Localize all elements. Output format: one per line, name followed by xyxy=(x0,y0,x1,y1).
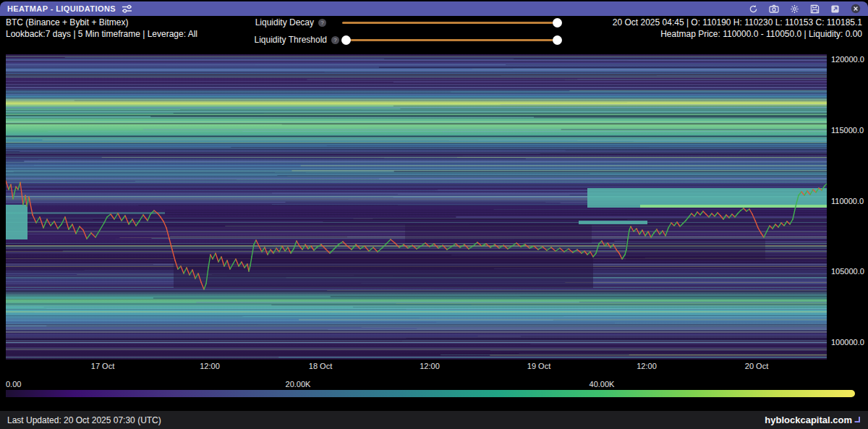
camera-icon[interactable] xyxy=(769,4,779,13)
status-bar: Last Updated: 20 Oct 2025 07:30 (UTC) hy… xyxy=(0,411,868,429)
refresh-icon[interactable] xyxy=(749,4,758,14)
liquidation-heatmap-canvas[interactable] xyxy=(6,54,827,360)
slider-label: Liquidity Decay xyxy=(255,17,314,27)
save-icon[interactable] xyxy=(810,4,820,14)
readout-info: 20 Oct 2025 04:45 | O: 110190 H: 110230 … xyxy=(613,17,862,40)
gear-icon[interactable] xyxy=(790,4,799,14)
slider-track[interactable] xyxy=(342,22,557,24)
y-axis-tick: 120000.0 xyxy=(831,55,864,64)
y-axis-tick: 105000.0 xyxy=(831,267,864,276)
slider-track[interactable] xyxy=(346,39,557,41)
last-updated-text: Last Updated: 20 Oct 2025 07:30 (UTC) xyxy=(7,415,161,425)
close-icon[interactable] xyxy=(851,4,861,14)
y-axis-tick: 100000.0 xyxy=(831,338,864,347)
heatmap-price-readout: Heatmap Price: 110000.0 - 110050.0 | Liq… xyxy=(613,28,862,40)
info-icon[interactable]: ? xyxy=(318,19,326,27)
x-axis-tick: 12:00 xyxy=(200,362,220,370)
info-icon[interactable]: ? xyxy=(331,36,339,44)
x-axis-tick: 18 Oct xyxy=(309,362,332,370)
liquidity-colorbar xyxy=(6,390,855,397)
window-title: HEATMAP - LIQUIDATIONS xyxy=(7,4,116,13)
expand-icon[interactable] xyxy=(830,4,840,14)
slider-label: Liquidity Threshold xyxy=(254,35,327,45)
y-axis-tick: 110000.0 xyxy=(831,197,864,205)
y-axis-tick: 115000.0 xyxy=(831,126,864,135)
slider-row-liquidity-threshold: Liquidity Threshold? xyxy=(0,35,579,46)
site-watermark: hyblockcapital.com xyxy=(765,415,852,425)
x-axis-tick: 12:00 xyxy=(420,362,440,370)
slider-handle[interactable] xyxy=(341,35,351,45)
x-axis-tick: 12:00 xyxy=(637,362,657,370)
slider-row-liquidity-decay: Liquidity Decay? xyxy=(0,17,579,29)
colorbar-tick: 20.00K xyxy=(286,380,311,388)
x-axis-tick: 17 Oct xyxy=(91,362,114,370)
heatmap-liquidations-window: HEATMAP - LIQUIDATIONS xyxy=(0,0,868,429)
slider-handle[interactable] xyxy=(553,35,562,45)
title-bar: HEATMAP - LIQUIDATIONS xyxy=(0,1,868,16)
colorbar-tick: 0.00 xyxy=(6,380,21,388)
filter-icon[interactable] xyxy=(122,4,132,13)
x-axis-tick: 20 Oct xyxy=(745,362,768,370)
slider-handle[interactable] xyxy=(553,18,562,27)
x-axis-tick: 19 Oct xyxy=(527,362,550,370)
hyblock-corner-icon xyxy=(854,415,861,425)
colorbar-tick: 40.00K xyxy=(590,380,615,388)
ohlc-readout: 20 Oct 2025 04:45 | O: 110190 H: 110230 … xyxy=(613,17,862,28)
